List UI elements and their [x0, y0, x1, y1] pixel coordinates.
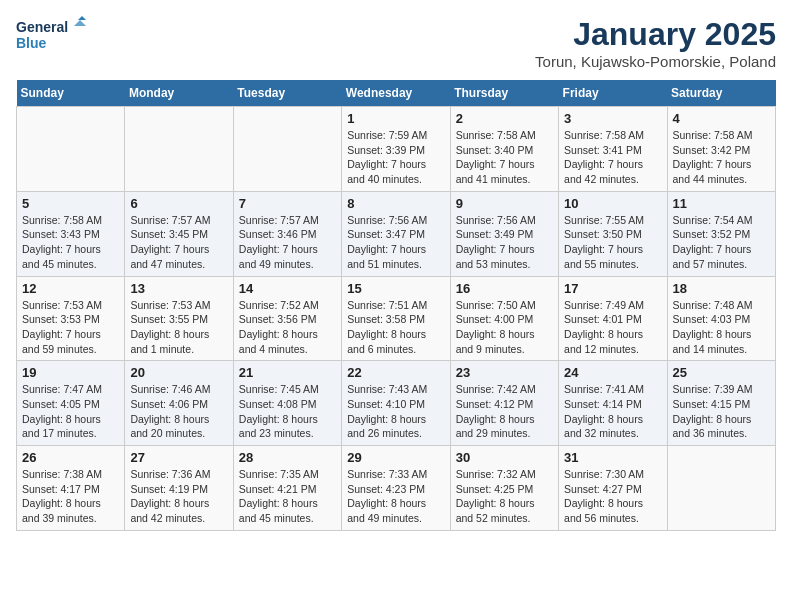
day-info: Sunrise: 7:51 AM Sunset: 3:58 PM Dayligh… [347, 298, 444, 357]
calendar-cell: 22Sunrise: 7:43 AM Sunset: 4:10 PM Dayli… [342, 361, 450, 446]
day-info: Sunrise: 7:35 AM Sunset: 4:21 PM Dayligh… [239, 467, 336, 526]
col-thursday: Thursday [450, 80, 558, 107]
day-number: 3 [564, 111, 661, 126]
calendar-cell: 10Sunrise: 7:55 AM Sunset: 3:50 PM Dayli… [559, 191, 667, 276]
calendar-cell: 1Sunrise: 7:59 AM Sunset: 3:39 PM Daylig… [342, 107, 450, 192]
calendar-cell [667, 446, 775, 531]
calendar-cell: 11Sunrise: 7:54 AM Sunset: 3:52 PM Dayli… [667, 191, 775, 276]
logo-svg: General Blue [16, 16, 86, 52]
calendar-week-2: 5Sunrise: 7:58 AM Sunset: 3:43 PM Daylig… [17, 191, 776, 276]
day-info: Sunrise: 7:57 AM Sunset: 3:46 PM Dayligh… [239, 213, 336, 272]
logo: General Blue [16, 16, 86, 52]
day-info: Sunrise: 7:43 AM Sunset: 4:10 PM Dayligh… [347, 382, 444, 441]
col-saturday: Saturday [667, 80, 775, 107]
day-number: 6 [130, 196, 227, 211]
day-info: Sunrise: 7:57 AM Sunset: 3:45 PM Dayligh… [130, 213, 227, 272]
day-info: Sunrise: 7:56 AM Sunset: 3:47 PM Dayligh… [347, 213, 444, 272]
calendar-cell: 17Sunrise: 7:49 AM Sunset: 4:01 PM Dayli… [559, 276, 667, 361]
day-number: 17 [564, 281, 661, 296]
day-info: Sunrise: 7:59 AM Sunset: 3:39 PM Dayligh… [347, 128, 444, 187]
day-info: Sunrise: 7:30 AM Sunset: 4:27 PM Dayligh… [564, 467, 661, 526]
day-number: 10 [564, 196, 661, 211]
calendar-cell: 30Sunrise: 7:32 AM Sunset: 4:25 PM Dayli… [450, 446, 558, 531]
svg-text:General: General [16, 19, 68, 35]
day-number: 21 [239, 365, 336, 380]
day-number: 4 [673, 111, 770, 126]
day-info: Sunrise: 7:58 AM Sunset: 3:42 PM Dayligh… [673, 128, 770, 187]
day-info: Sunrise: 7:54 AM Sunset: 3:52 PM Dayligh… [673, 213, 770, 272]
day-number: 9 [456, 196, 553, 211]
page-subtitle: Torun, Kujawsko-Pomorskie, Poland [535, 53, 776, 70]
day-info: Sunrise: 7:50 AM Sunset: 4:00 PM Dayligh… [456, 298, 553, 357]
calendar-cell [17, 107, 125, 192]
day-number: 23 [456, 365, 553, 380]
day-info: Sunrise: 7:52 AM Sunset: 3:56 PM Dayligh… [239, 298, 336, 357]
day-number: 25 [673, 365, 770, 380]
svg-text:Blue: Blue [16, 35, 47, 51]
calendar-cell: 20Sunrise: 7:46 AM Sunset: 4:06 PM Dayli… [125, 361, 233, 446]
calendar-cell: 2Sunrise: 7:58 AM Sunset: 3:40 PM Daylig… [450, 107, 558, 192]
calendar-header-row: Sunday Monday Tuesday Wednesday Thursday… [17, 80, 776, 107]
day-number: 16 [456, 281, 553, 296]
calendar-week-5: 26Sunrise: 7:38 AM Sunset: 4:17 PM Dayli… [17, 446, 776, 531]
day-info: Sunrise: 7:36 AM Sunset: 4:19 PM Dayligh… [130, 467, 227, 526]
day-number: 15 [347, 281, 444, 296]
calendar-cell: 12Sunrise: 7:53 AM Sunset: 3:53 PM Dayli… [17, 276, 125, 361]
col-monday: Monday [125, 80, 233, 107]
calendar-cell: 19Sunrise: 7:47 AM Sunset: 4:05 PM Dayli… [17, 361, 125, 446]
svg-marker-3 [74, 20, 86, 26]
day-number: 14 [239, 281, 336, 296]
calendar-cell: 26Sunrise: 7:38 AM Sunset: 4:17 PM Dayli… [17, 446, 125, 531]
day-info: Sunrise: 7:56 AM Sunset: 3:49 PM Dayligh… [456, 213, 553, 272]
calendar-week-3: 12Sunrise: 7:53 AM Sunset: 3:53 PM Dayli… [17, 276, 776, 361]
calendar-cell: 6Sunrise: 7:57 AM Sunset: 3:45 PM Daylig… [125, 191, 233, 276]
calendar-cell: 5Sunrise: 7:58 AM Sunset: 3:43 PM Daylig… [17, 191, 125, 276]
day-number: 31 [564, 450, 661, 465]
day-number: 12 [22, 281, 119, 296]
day-info: Sunrise: 7:58 AM Sunset: 3:43 PM Dayligh… [22, 213, 119, 272]
day-info: Sunrise: 7:45 AM Sunset: 4:08 PM Dayligh… [239, 382, 336, 441]
day-number: 7 [239, 196, 336, 211]
calendar-cell: 28Sunrise: 7:35 AM Sunset: 4:21 PM Dayli… [233, 446, 341, 531]
page-title: January 2025 [535, 16, 776, 53]
day-number: 5 [22, 196, 119, 211]
calendar-cell: 27Sunrise: 7:36 AM Sunset: 4:19 PM Dayli… [125, 446, 233, 531]
day-number: 18 [673, 281, 770, 296]
title-area: January 2025 Torun, Kujawsko-Pomorskie, … [535, 16, 776, 70]
calendar-week-4: 19Sunrise: 7:47 AM Sunset: 4:05 PM Dayli… [17, 361, 776, 446]
day-info: Sunrise: 7:48 AM Sunset: 4:03 PM Dayligh… [673, 298, 770, 357]
day-info: Sunrise: 7:58 AM Sunset: 3:40 PM Dayligh… [456, 128, 553, 187]
day-number: 29 [347, 450, 444, 465]
day-info: Sunrise: 7:47 AM Sunset: 4:05 PM Dayligh… [22, 382, 119, 441]
calendar-cell: 3Sunrise: 7:58 AM Sunset: 3:41 PM Daylig… [559, 107, 667, 192]
header: General Blue January 2025 Torun, Kujawsk… [16, 16, 776, 70]
svg-marker-2 [78, 16, 86, 20]
calendar-cell: 7Sunrise: 7:57 AM Sunset: 3:46 PM Daylig… [233, 191, 341, 276]
day-number: 1 [347, 111, 444, 126]
day-number: 28 [239, 450, 336, 465]
col-friday: Friday [559, 80, 667, 107]
day-number: 22 [347, 365, 444, 380]
calendar-cell: 25Sunrise: 7:39 AM Sunset: 4:15 PM Dayli… [667, 361, 775, 446]
calendar-cell: 4Sunrise: 7:58 AM Sunset: 3:42 PM Daylig… [667, 107, 775, 192]
calendar-cell: 21Sunrise: 7:45 AM Sunset: 4:08 PM Dayli… [233, 361, 341, 446]
calendar-table: Sunday Monday Tuesday Wednesday Thursday… [16, 80, 776, 531]
day-info: Sunrise: 7:53 AM Sunset: 3:55 PM Dayligh… [130, 298, 227, 357]
day-number: 20 [130, 365, 227, 380]
calendar-cell: 14Sunrise: 7:52 AM Sunset: 3:56 PM Dayli… [233, 276, 341, 361]
day-info: Sunrise: 7:42 AM Sunset: 4:12 PM Dayligh… [456, 382, 553, 441]
calendar-cell: 29Sunrise: 7:33 AM Sunset: 4:23 PM Dayli… [342, 446, 450, 531]
col-sunday: Sunday [17, 80, 125, 107]
day-info: Sunrise: 7:46 AM Sunset: 4:06 PM Dayligh… [130, 382, 227, 441]
day-number: 2 [456, 111, 553, 126]
day-number: 27 [130, 450, 227, 465]
day-number: 24 [564, 365, 661, 380]
day-info: Sunrise: 7:39 AM Sunset: 4:15 PM Dayligh… [673, 382, 770, 441]
col-wednesday: Wednesday [342, 80, 450, 107]
col-tuesday: Tuesday [233, 80, 341, 107]
calendar-cell: 24Sunrise: 7:41 AM Sunset: 4:14 PM Dayli… [559, 361, 667, 446]
day-info: Sunrise: 7:33 AM Sunset: 4:23 PM Dayligh… [347, 467, 444, 526]
day-number: 13 [130, 281, 227, 296]
day-info: Sunrise: 7:38 AM Sunset: 4:17 PM Dayligh… [22, 467, 119, 526]
calendar-cell: 8Sunrise: 7:56 AM Sunset: 3:47 PM Daylig… [342, 191, 450, 276]
